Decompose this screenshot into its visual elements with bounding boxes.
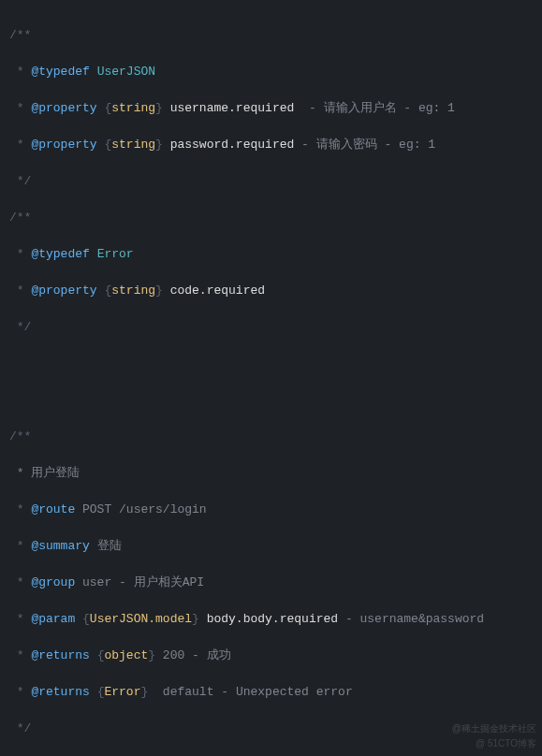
comment: /** [9,28,31,42]
watermark: @稀土掘金技术社区 [452,721,536,735]
code-block: /** * @typedef UserJSON * @property {str… [0,0,542,756]
watermark: @ 51CTO博客 [476,736,536,750]
